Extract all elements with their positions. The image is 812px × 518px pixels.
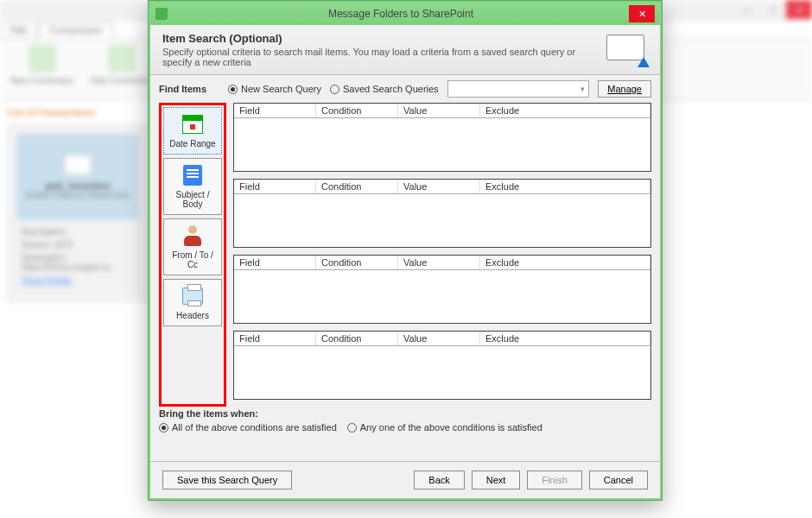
col-value: Value: [398, 104, 480, 117]
close-button[interactable]: ✕: [629, 5, 655, 22]
new-connection-icon: [29, 45, 56, 73]
saved-query-combo[interactable]: [447, 80, 590, 98]
col-field: Field: [234, 104, 316, 117]
criteria-table-headers[interactable]: Field Condition Value Exclude: [233, 331, 651, 400]
wizard-step-subtitle: Specify optional criteria to search mail…: [162, 47, 598, 67]
category-subject-body[interactable]: Subject / Body: [163, 158, 222, 215]
bg-list-header: List of Connections: [7, 107, 149, 117]
category-headers[interactable]: Headers: [163, 279, 222, 326]
bg-connection-card: pub_recursive (Public Folders to SharePo…: [7, 124, 149, 301]
criteria-table-date[interactable]: Field Condition Value Exclude: [233, 103, 651, 172]
col-condition: Condition: [316, 104, 398, 117]
wizard-dialog: Message Folders to SharePoint ✕ Item Sea…: [148, 0, 663, 501]
criteria-table-from[interactable]: Field Condition Value Exclude: [233, 255, 651, 324]
document-icon: [183, 165, 202, 186]
wizard-header: Item Search (Optional) Specify optional …: [150, 25, 660, 75]
find-items-label: Find Items: [159, 84, 219, 94]
bg-minimize-icon: —: [734, 0, 760, 19]
category-from-to-cc[interactable]: From / To / Cc: [163, 218, 222, 275]
envelope-icon: [64, 155, 92, 175]
calendar-icon: [182, 115, 203, 134]
wizard-step-title: Item Search (Optional): [162, 32, 598, 45]
wizard-footer: Save this Search Query Back Next Finish …: [150, 461, 660, 498]
finish-button: Finish: [527, 471, 581, 490]
dialog-titlebar[interactable]: Message Folders to SharePoint ✕: [150, 3, 660, 25]
bg-close-icon: ✕: [786, 0, 812, 19]
bg-new-connection-button: New Connection: [10, 45, 73, 94]
radio-saved-search[interactable]: Saved Search Queries: [330, 84, 439, 94]
category-date-range[interactable]: Date Range: [163, 107, 222, 155]
printer-icon: [182, 287, 203, 305]
back-button[interactable]: Back: [414, 471, 464, 490]
app-icon: [155, 8, 168, 20]
radio-all-conditions[interactable]: All of the above conditions are satisfie…: [159, 422, 337, 433]
save-query-button[interactable]: Save this Search Query: [162, 471, 292, 490]
mail-upload-icon: [606, 35, 648, 66]
edit-connection-icon: [108, 45, 136, 73]
col-exclude: Exclude: [480, 104, 650, 117]
bg-edit-connection-button: Edit Connection: [91, 45, 152, 94]
dialog-title: Message Folders to SharePoint: [173, 8, 629, 20]
radio-new-search[interactable]: New Search Query: [228, 84, 321, 94]
cancel-button[interactable]: Cancel: [589, 471, 648, 490]
person-icon: [182, 225, 203, 246]
radio-any-condition[interactable]: Any one of the above conditions is satis…: [347, 422, 542, 433]
category-column: Date Range Subject / Body From / To / Cc…: [159, 103, 226, 407]
bring-items-label: Bring the items when:: [159, 408, 651, 419]
bg-tab-connections: Connections: [38, 22, 113, 39]
bg-maximize-icon: □: [760, 0, 786, 19]
next-button[interactable]: Next: [472, 471, 521, 490]
manage-button[interactable]: Manage: [598, 80, 651, 98]
criteria-table-subject[interactable]: Field Condition Value Exclude: [233, 179, 651, 248]
bg-tab-file: File: [0, 22, 38, 39]
